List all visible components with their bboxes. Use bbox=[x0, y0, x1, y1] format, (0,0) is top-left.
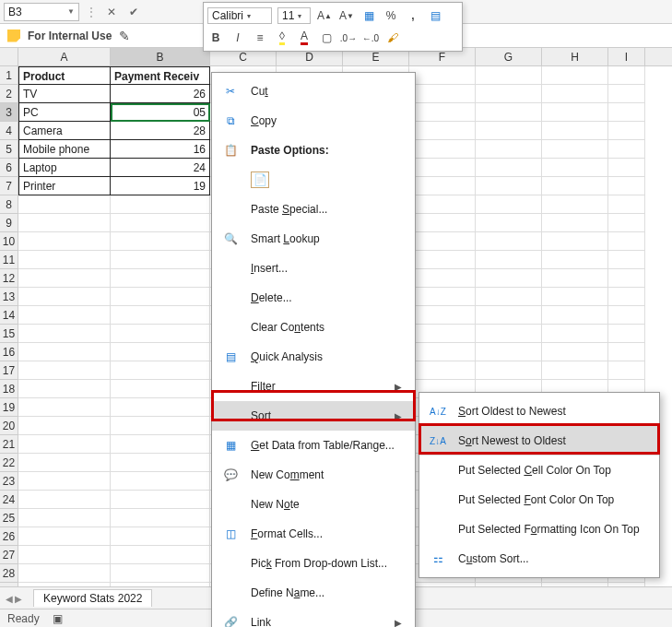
sheet-tab[interactable]: Keyword Stats 2022 bbox=[33, 589, 152, 607]
cell[interactable] bbox=[608, 325, 645, 343]
record-macro-icon[interactable]: ▣ bbox=[53, 612, 63, 625]
menu-item-sort-font-color[interactable]: Put Selected Font Color On Top bbox=[419, 485, 659, 515]
cell[interactable] bbox=[18, 269, 111, 288]
cell[interactable] bbox=[18, 472, 111, 491]
cell[interactable]: 28 bbox=[111, 122, 210, 140]
cell[interactable]: Product bbox=[18, 66, 111, 85]
cell[interactable]: 24 bbox=[111, 159, 210, 177]
row-header[interactable]: 28 bbox=[0, 564, 18, 583]
cell[interactable]: 19 bbox=[111, 177, 210, 195]
cell[interactable] bbox=[542, 214, 608, 232]
cell[interactable] bbox=[476, 288, 542, 306]
menu-item-format-cells[interactable]: ◫ Format Cells... bbox=[212, 519, 415, 549]
cell[interactable] bbox=[608, 251, 645, 269]
row-header[interactable]: 22 bbox=[0, 454, 18, 472]
row-header[interactable]: 8 bbox=[0, 195, 18, 214]
column-header[interactable]: H bbox=[542, 48, 608, 65]
cell[interactable] bbox=[111, 361, 210, 380]
row-header[interactable]: 4 bbox=[0, 122, 18, 140]
cell[interactable] bbox=[409, 232, 476, 251]
cell[interactable] bbox=[111, 214, 210, 232]
cell[interactable] bbox=[542, 232, 608, 251]
row-header[interactable]: 6 bbox=[0, 159, 18, 177]
cell[interactable] bbox=[111, 509, 210, 527]
cell[interactable] bbox=[111, 195, 210, 214]
cell[interactable] bbox=[476, 251, 542, 269]
cell-selected[interactable]: 05 bbox=[111, 103, 210, 122]
cell[interactable] bbox=[542, 361, 608, 380]
cell[interactable] bbox=[608, 214, 645, 232]
font-size-selector[interactable]: 11 ▾ bbox=[277, 7, 311, 24]
cell[interactable] bbox=[476, 269, 542, 288]
cell[interactable] bbox=[409, 288, 476, 306]
cell[interactable] bbox=[409, 251, 476, 269]
row-header[interactable]: 15 bbox=[0, 325, 18, 343]
cell[interactable] bbox=[476, 66, 542, 85]
cell[interactable] bbox=[18, 288, 111, 306]
menu-item-custom-sort[interactable]: ⚏ Custom Sort... bbox=[419, 544, 659, 574]
cell[interactable]: Mobile phone bbox=[18, 140, 111, 159]
menu-item-cut[interactable]: ✂ Cut bbox=[212, 77, 415, 106]
align-icon[interactable]: ≡ bbox=[252, 30, 268, 46]
row-header[interactable]: 1 bbox=[0, 66, 18, 85]
cell[interactable] bbox=[18, 251, 111, 269]
cell[interactable] bbox=[542, 269, 608, 288]
cell[interactable] bbox=[111, 417, 210, 435]
column-header[interactable]: I bbox=[608, 48, 645, 65]
menu-item-sort-newest[interactable]: Z↓A Sort Newest to Oldest bbox=[419, 426, 659, 455]
column-header[interactable]: B bbox=[111, 48, 210, 65]
row-header[interactable]: 7 bbox=[0, 177, 18, 195]
cell[interactable] bbox=[18, 306, 111, 325]
cell[interactable] bbox=[409, 343, 476, 361]
cell[interactable] bbox=[542, 66, 608, 85]
cell[interactable] bbox=[111, 546, 210, 564]
cell[interactable] bbox=[542, 251, 608, 269]
menu-item-smart-lookup[interactable]: 🔍 Smart Lookup bbox=[212, 224, 415, 254]
font-color-icon[interactable]: A bbox=[296, 30, 312, 46]
cell[interactable] bbox=[111, 472, 210, 491]
decrease-font-icon[interactable]: A▼ bbox=[338, 7, 355, 24]
cell[interactable] bbox=[18, 214, 111, 232]
menu-item-pick-list[interactable]: Pick From Drop-down List... bbox=[212, 549, 415, 578]
increase-decimal-icon[interactable]: .0→ bbox=[340, 30, 357, 46]
cell[interactable] bbox=[18, 343, 111, 361]
menu-item-new-comment[interactable]: 💬 New Comment bbox=[212, 460, 415, 490]
name-box[interactable]: B3 ▼ bbox=[4, 3, 79, 21]
cell[interactable] bbox=[18, 509, 111, 527]
menu-item-new-note[interactable]: New Note bbox=[212, 490, 415, 519]
row-header[interactable]: 14 bbox=[0, 306, 18, 325]
cell[interactable] bbox=[18, 380, 111, 398]
cell[interactable] bbox=[18, 527, 111, 546]
cell[interactable] bbox=[111, 564, 210, 583]
row-header[interactable]: 18 bbox=[0, 380, 18, 398]
menu-item-insert[interactable]: Insert... bbox=[212, 254, 415, 283]
cell[interactable] bbox=[18, 232, 111, 251]
menu-item-sort-cell-color[interactable]: Put Selected Cell Color On Top bbox=[419, 455, 659, 485]
cell[interactable] bbox=[409, 66, 476, 85]
percent-icon[interactable]: % bbox=[383, 7, 399, 24]
cell[interactable] bbox=[476, 232, 542, 251]
bold-icon[interactable]: B bbox=[207, 30, 224, 46]
row-header[interactable]: 3 bbox=[0, 103, 18, 122]
cell[interactable] bbox=[608, 361, 645, 380]
cell[interactable] bbox=[608, 288, 645, 306]
cell[interactable] bbox=[18, 454, 111, 472]
row-header[interactable]: 13 bbox=[0, 288, 18, 306]
row-header[interactable]: 27 bbox=[0, 546, 18, 564]
cell[interactable] bbox=[409, 269, 476, 288]
select-all-corner[interactable] bbox=[0, 48, 18, 65]
cell[interactable]: TV bbox=[18, 85, 111, 103]
row-header[interactable]: 24 bbox=[0, 491, 18, 509]
cell[interactable] bbox=[476, 195, 542, 214]
cell[interactable] bbox=[111, 491, 210, 509]
cell[interactable]: Laptop bbox=[18, 159, 111, 177]
cell[interactable] bbox=[542, 325, 608, 343]
cell[interactable] bbox=[111, 454, 210, 472]
increase-font-icon[interactable]: A▲ bbox=[316, 7, 333, 24]
menu-item-link[interactable]: 🔗 Link ▶ bbox=[212, 608, 415, 627]
decrease-decimal-icon[interactable]: ←.0 bbox=[362, 30, 379, 46]
cell[interactable] bbox=[111, 251, 210, 269]
row-header[interactable]: 12 bbox=[0, 269, 18, 288]
cell[interactable] bbox=[111, 325, 210, 343]
cell[interactable] bbox=[111, 380, 210, 398]
